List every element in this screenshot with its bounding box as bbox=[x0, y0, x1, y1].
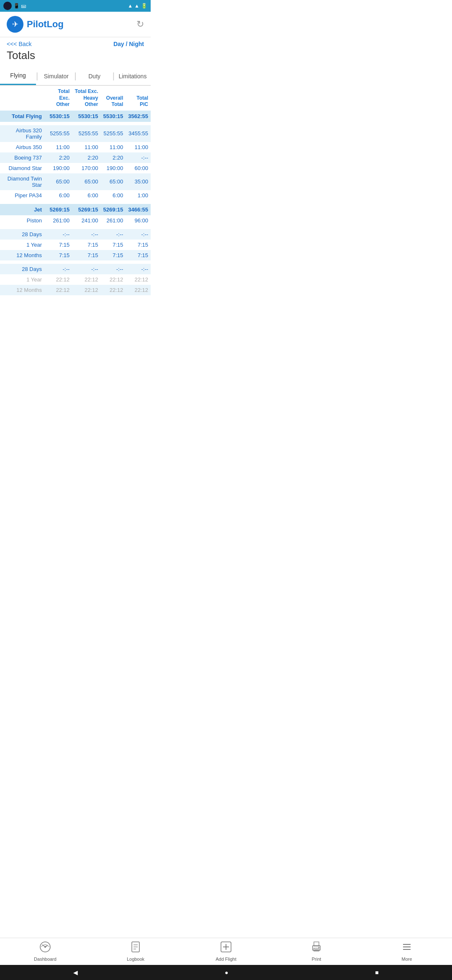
row-value: -:-- bbox=[101, 229, 126, 240]
row-value: 3466:55 bbox=[126, 204, 151, 215]
signal-icon: ▲ bbox=[134, 3, 139, 9]
row-label: Piston bbox=[0, 215, 45, 226]
table-row: 28 Days-:---:---:---:-- bbox=[0, 264, 151, 274]
row-label: Piper PA34 bbox=[0, 190, 45, 201]
status-right: ▲ ▲ 🔋 bbox=[128, 3, 147, 9]
table-row: 28 Days-:---:---:---:-- bbox=[0, 229, 151, 240]
col-header-overall: OverallTotal bbox=[101, 86, 126, 111]
row-value: -:-- bbox=[126, 229, 151, 240]
row-value: 5255:55 bbox=[101, 125, 126, 142]
app-header: ✈ PilotLog ↻ bbox=[0, 12, 151, 37]
row-value: 11:00 bbox=[72, 142, 100, 152]
row-value: 11:00 bbox=[126, 142, 151, 152]
table-row: Piper PA346:006:006:001:00 bbox=[0, 190, 151, 201]
tab-flying[interactable]: Flying bbox=[0, 67, 36, 85]
table-row: Piston261:00241:00261:0096:00 bbox=[0, 215, 151, 226]
row-value: 7:15 bbox=[126, 240, 151, 250]
row-label: Airbus 350 bbox=[0, 142, 45, 152]
row-value: 261:00 bbox=[45, 215, 72, 226]
row-value: 65:00 bbox=[45, 173, 72, 190]
row-value: 7:15 bbox=[101, 250, 126, 260]
row-value: -:-- bbox=[45, 264, 72, 274]
row-value: 7:15 bbox=[72, 240, 100, 250]
col-header-label bbox=[0, 86, 45, 111]
row-value: 5255:55 bbox=[45, 125, 72, 142]
table-row: Jet5269:155269:155269:153466:55 bbox=[0, 204, 151, 215]
row-value: 22:12 bbox=[45, 274, 72, 285]
row-value: 5530:15 bbox=[45, 111, 72, 122]
row-value: 11:00 bbox=[101, 142, 126, 152]
row-value: 6:00 bbox=[101, 190, 126, 201]
day-night-toggle[interactable]: Day / Night bbox=[113, 41, 144, 47]
row-value: -:-- bbox=[126, 264, 151, 274]
row-value: 170:00 bbox=[72, 163, 100, 173]
col-header-pic: TotalPiC bbox=[126, 86, 151, 111]
table-row: Airbus 320 Family5255:555255:555255:5534… bbox=[0, 125, 151, 142]
row-value: 5269:15 bbox=[101, 204, 126, 215]
row-value: 22:12 bbox=[72, 285, 100, 295]
row-label: 12 Months bbox=[0, 285, 45, 295]
table-row: Total Flying5530:155530:155530:153562:55 bbox=[0, 111, 151, 122]
table-row: 1 Year22:1222:1222:1222:12 bbox=[0, 274, 151, 285]
row-value: 22:12 bbox=[101, 274, 126, 285]
table-row: Airbus 35011:0011:0011:0011:00 bbox=[0, 142, 151, 152]
totals-table: TotalExc. Other Total Exc.Heavy Other Ov… bbox=[0, 86, 151, 295]
status-icons: 📱 🖴 bbox=[13, 3, 26, 9]
row-value: 5269:15 bbox=[72, 204, 100, 215]
row-label: Total Flying bbox=[0, 111, 45, 122]
tab-simulator[interactable]: Simulator bbox=[38, 68, 74, 85]
row-value: 2:20 bbox=[45, 152, 72, 163]
row-value: 65:00 bbox=[101, 173, 126, 190]
row-value: 3562:55 bbox=[126, 111, 151, 122]
row-label: 1 Year bbox=[0, 240, 45, 250]
row-value: 190:00 bbox=[101, 163, 126, 173]
tabs-bar: Flying | Simulator | Duty | Limitations bbox=[0, 67, 151, 86]
row-value: 5269:15 bbox=[45, 204, 72, 215]
battery-icon: 🔋 bbox=[141, 3, 147, 9]
row-value: 5255:55 bbox=[72, 125, 100, 142]
row-value: 5530:15 bbox=[101, 111, 126, 122]
row-value: 241:00 bbox=[72, 215, 100, 226]
table-spacer-row bbox=[0, 201, 151, 204]
row-value: -:-- bbox=[72, 229, 100, 240]
nav-area: <<< Back Day / Night bbox=[0, 37, 151, 49]
row-label: 28 Days bbox=[0, 264, 45, 274]
row-value: -:-- bbox=[101, 264, 126, 274]
row-value: 6:00 bbox=[45, 190, 72, 201]
table-row: Boeing 7372:202:202:20-:-- bbox=[0, 152, 151, 163]
row-value: 7:15 bbox=[45, 240, 72, 250]
table-container: TotalExc. Other Total Exc.Heavy Other Ov… bbox=[0, 86, 151, 295]
wifi-icon: ▲ bbox=[128, 3, 133, 9]
status-circle bbox=[3, 2, 12, 10]
row-value: 190:00 bbox=[45, 163, 72, 173]
logo-area: ✈ PilotLog bbox=[7, 16, 64, 33]
row-value: 7:15 bbox=[101, 240, 126, 250]
row-value: 1:00 bbox=[126, 190, 151, 201]
row-label: Jet bbox=[0, 204, 45, 215]
row-value: 22:12 bbox=[101, 285, 126, 295]
row-value: 7:15 bbox=[72, 250, 100, 260]
row-label: Boeing 737 bbox=[0, 152, 45, 163]
row-value: 261:00 bbox=[101, 215, 126, 226]
row-label: 12 Months bbox=[0, 250, 45, 260]
refresh-button[interactable]: ↻ bbox=[136, 19, 144, 30]
table-row: Diamond Star190:00170:00190:0060:00 bbox=[0, 163, 151, 173]
row-value: 7:15 bbox=[45, 250, 72, 260]
row-value: -:-- bbox=[45, 229, 72, 240]
back-button[interactable]: <<< Back bbox=[7, 41, 32, 47]
tab-duty[interactable]: Duty bbox=[77, 68, 113, 85]
row-value: 3455:55 bbox=[126, 125, 151, 142]
row-value: 6:00 bbox=[72, 190, 100, 201]
table-row: 12 Months7:157:157:157:15 bbox=[0, 250, 151, 260]
tab-limitations[interactable]: Limitations bbox=[115, 68, 151, 85]
row-label: Diamond Twin Star bbox=[0, 173, 45, 190]
row-value: -:-- bbox=[72, 264, 100, 274]
row-value: 7:15 bbox=[126, 250, 151, 260]
row-value: 96:00 bbox=[126, 215, 151, 226]
row-label: 28 Days bbox=[0, 229, 45, 240]
row-label: Diamond Star bbox=[0, 163, 45, 173]
table-spacer-row bbox=[0, 122, 151, 125]
row-value: 22:12 bbox=[45, 285, 72, 295]
table-spacer-row bbox=[0, 260, 151, 264]
table-row: 12 Months22:1222:1222:1222:12 bbox=[0, 285, 151, 295]
